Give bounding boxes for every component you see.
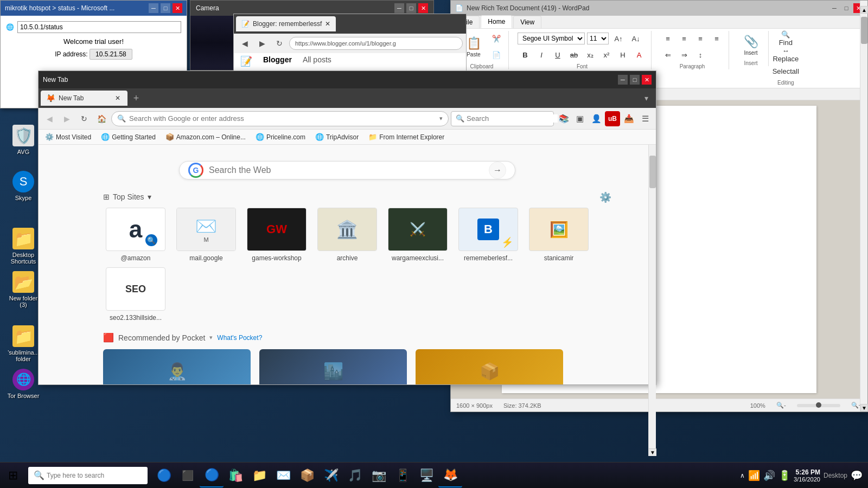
blogger-address-bar[interactable]: https://www.blogger.com/u/1/blogger.g <box>289 37 463 50</box>
ribbon-align-right-btn[interactable]: ≡ <box>693 31 708 46</box>
wordpad-maximize-btn[interactable]: □ <box>841 3 851 13</box>
start-button[interactable]: ⊞ <box>0 463 26 489</box>
ribbon-superscript-btn[interactable]: x² <box>599 47 614 62</box>
wordpad-scrollbar[interactable]: ▲ ▼ <box>860 100 867 399</box>
camera-minimize-btn[interactable]: ─ <box>394 3 404 13</box>
pocket-card-1[interactable]: 👨‍⚕️ <box>103 349 251 384</box>
ribbon-find-btn[interactable]: 🔍 Find <box>778 31 793 46</box>
wordpad-tab-view[interactable]: View <box>513 16 541 28</box>
desktop-icon-sublimina[interactable]: 📁 'sublimina...folder <box>4 325 42 362</box>
ribbon-decrease-font-btn[interactable]: A↓ <box>628 31 643 46</box>
ribbon-bold-btn[interactable]: B <box>518 47 533 62</box>
desktop-icon-new-folder[interactable]: 📂 New folder(3) <box>4 271 42 308</box>
ribbon-strikethrough-btn[interactable]: ab <box>566 47 582 62</box>
newtab-settings-btn[interactable]: ⚙️ <box>599 191 611 203</box>
bookmark-most-visited[interactable]: ⚙️ Most Visited <box>42 132 94 142</box>
taskbar-explorer-btn[interactable]: 📁 <box>247 464 271 487</box>
pocket-card-3[interactable]: 📦 <box>416 349 563 384</box>
taskbar-win-btn[interactable]: 🖥️ <box>414 464 438 487</box>
network-icon[interactable]: 📶 <box>748 470 760 481</box>
library-icon-btn[interactable]: 📚 <box>556 111 571 126</box>
taskbar-mail-btn[interactable]: ✉️ <box>271 464 295 487</box>
taskbar-taskview-btn[interactable]: ⬛ <box>176 464 200 487</box>
volume-icon[interactable]: 🔊 <box>763 470 775 481</box>
firefox-scrollbar[interactable]: ▼ <box>648 145 656 456</box>
site-tile-gw[interactable]: GW games-workshop <box>244 208 309 262</box>
ribbon-size-select[interactable]: 11 <box>587 33 609 44</box>
taskbar-tripadvisor-btn[interactable]: ✈️ <box>319 464 343 487</box>
zoom-out-icon[interactable]: 🔍- <box>776 402 786 409</box>
taskbar-cortana-btn[interactable]: 🔵 <box>152 464 176 487</box>
pocket-chevron[interactable]: ▾ <box>209 334 213 341</box>
bookmark-priceline[interactable]: 🌐 Priceline.com <box>252 132 309 142</box>
firefox-forward-btn[interactable]: ▶ <box>59 111 74 126</box>
pocket-card-2[interactable]: 🏙️ <box>259 349 407 384</box>
firefox-reload-btn[interactable]: ↻ <box>76 111 92 126</box>
ribbon-cut-btn[interactable]: ✂️ <box>489 31 504 46</box>
bookmark-tripadvisor[interactable]: 🌐 TripAdvisor <box>312 132 362 142</box>
bookmark-from-ie[interactable]: 📁 From Internet Explorer <box>365 132 448 142</box>
bookmark-getting-started[interactable]: 🌐 Getting Started <box>98 132 159 142</box>
firefox-back-btn[interactable]: ◀ <box>42 111 57 126</box>
taskbar-ie-btn[interactable]: 🔵 <box>200 464 224 487</box>
wordpad-tab-home[interactable]: Home <box>481 15 512 28</box>
camera-close-btn[interactable]: ✕ <box>418 3 428 13</box>
site-tile-archive[interactable]: 🏛️ archive <box>315 208 380 262</box>
firefox-search-bar[interactable]: 🔍 <box>451 111 554 126</box>
mikrotik-address-input[interactable] <box>17 21 181 33</box>
ribbon-select-all-btn[interactable]: Select all <box>778 63 793 79</box>
taskbar-search-box[interactable]: 🔍 <box>28 467 148 484</box>
site-tile-seo[interactable]: SEO seo2.133hillside... <box>103 267 168 322</box>
taskbar-cam-btn[interactable]: 📷 <box>367 464 391 487</box>
google-search-box[interactable]: G → <box>179 161 515 179</box>
taskbar-firefox-btn[interactable]: 🦊 <box>438 464 462 487</box>
ribbon-replace-btn[interactable]: ↔ Replace <box>778 47 793 62</box>
firefox-address-input[interactable] <box>129 114 436 123</box>
blogger-tab[interactable]: 📝 Blogger: rememberlessf ✕ <box>236 16 336 31</box>
ribbon-increase-font-btn[interactable]: A↑ <box>611 31 626 46</box>
camera-maximize-btn[interactable]: □ <box>406 3 416 13</box>
battery-icon[interactable]: 🔋 <box>778 470 790 481</box>
firefox-menu-btn[interactable]: ☰ <box>637 111 653 126</box>
desktop-icon-avg[interactable]: 🛡️ AVG <box>4 125 42 155</box>
site-tile-gmail[interactable]: ✉️ M mail.google <box>174 208 239 262</box>
desktop-icon-skype[interactable]: S Skype <box>4 171 42 201</box>
firefox-maximize-btn[interactable]: □ <box>630 75 640 85</box>
ribbon-italic-btn[interactable]: I <box>534 47 549 62</box>
ribbon-align-left-btn[interactable]: ≡ <box>660 31 675 46</box>
firefox-address-bar[interactable]: 🔍 ▾ <box>111 111 449 126</box>
ublock-btn[interactable]: uB <box>605 111 620 126</box>
firefox-new-tab[interactable]: 🦊 New Tab ✕ <box>41 91 127 106</box>
ribbon-subscript-btn[interactable]: x₂ <box>583 47 598 62</box>
ribbon-align-center-btn[interactable]: ≡ <box>676 31 692 46</box>
firefox-new-tab-btn[interactable]: + <box>129 91 144 106</box>
blogger-reload-btn[interactable]: ↻ <box>272 36 287 51</box>
mikrotik-minimize-btn[interactable]: ─ <box>149 3 158 13</box>
pocket-save-btn[interactable]: 📥 <box>621 111 636 126</box>
mikrotik-maximize-btn[interactable]: □ <box>161 3 170 13</box>
site-tile-wargame[interactable]: ⚔️ wargameexclusi... <box>385 208 450 262</box>
firefox-close-btn[interactable]: ✕ <box>642 75 652 85</box>
whats-pocket-link[interactable]: What's Pocket? <box>217 334 262 342</box>
scroll-down-btn[interactable]: ▼ <box>649 448 656 456</box>
firefox-search-input[interactable] <box>467 114 558 123</box>
taskbar-show-more-icon[interactable]: ∧ <box>740 472 745 479</box>
sidebar-icon-btn[interactable]: ▣ <box>572 111 588 126</box>
firefox-scroll-thumb[interactable] <box>649 156 656 188</box>
ribbon-insert-btn[interactable]: 📎 Insert <box>738 31 764 59</box>
blogger-tab-close[interactable]: ✕ <box>325 20 330 28</box>
ribbon-font-select[interactable]: Segoe UI Symbol <box>518 33 585 44</box>
site-tile-stanica[interactable]: 🖼️ stanicamir <box>526 208 591 262</box>
wordpad-minimize-btn[interactable]: ─ <box>829 3 839 13</box>
zoom-slider[interactable] <box>797 404 840 407</box>
taskbar-phone-btn[interactable]: 📱 <box>391 464 414 487</box>
ribbon-indent-less-btn[interactable]: ⇐ <box>660 47 675 62</box>
taskbar-store-btn[interactable]: 🛍️ <box>224 464 247 487</box>
ribbon-underline-btn[interactable]: U <box>550 47 565 62</box>
site-tile-blogger[interactable]: B ⚡ rememeberlesf... <box>456 208 521 262</box>
firefox-tab-close-btn[interactable]: ✕ <box>113 94 122 102</box>
firefox-home-btn[interactable]: 🏠 <box>94 111 109 126</box>
top-sites-chevron[interactable]: ▾ <box>148 192 151 201</box>
ribbon-justify-btn[interactable]: ≡ <box>709 31 724 46</box>
desktop-icon-shortcuts[interactable]: 📁 Desktop Shortcuts <box>4 228 42 265</box>
